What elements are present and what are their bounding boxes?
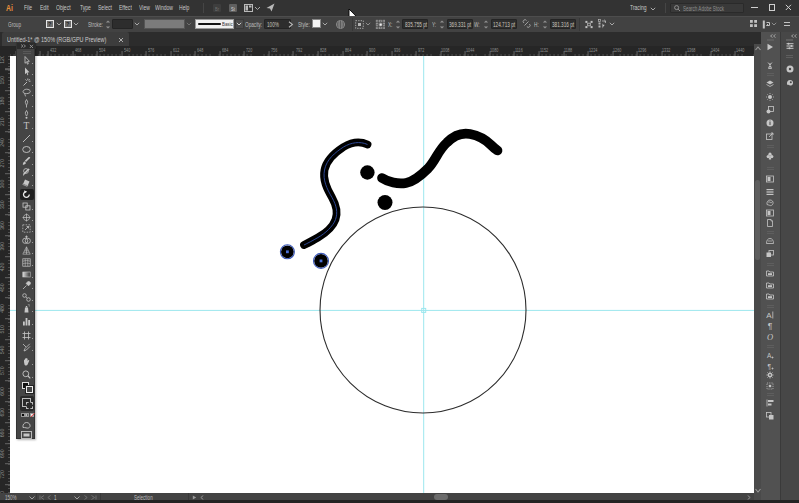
svg-text:480: 480 <box>0 304 5 313</box>
svg-text:150: 150 <box>0 76 5 85</box>
svg-text:390: 390 <box>0 242 5 251</box>
svg-text:240: 240 <box>0 138 5 147</box>
svg-text:T: T <box>24 121 30 130</box>
svg-text:360: 360 <box>0 221 5 230</box>
svg-text:540: 540 <box>0 346 5 355</box>
svg-text:120: 120 <box>0 56 5 64</box>
svg-text:570: 570 <box>0 366 5 375</box>
svg-text:210: 210 <box>0 117 5 126</box>
svg-text:690: 690 <box>0 449 5 458</box>
svg-text:630: 630 <box>0 408 5 417</box>
svg-text:450: 450 <box>0 283 5 292</box>
svg-text:A: A <box>766 311 772 319</box>
svg-text:510: 510 <box>0 325 5 334</box>
svg-text:330: 330 <box>0 200 5 209</box>
svg-text:660: 660 <box>0 429 5 438</box>
svg-text:¶: ¶ <box>768 322 773 330</box>
svg-text:600: 600 <box>0 387 5 396</box>
svg-text:720: 720 <box>0 470 5 479</box>
svg-text:A: A <box>767 352 772 359</box>
svg-text:¶: ¶ <box>767 363 771 370</box>
svg-text:270: 270 <box>0 159 5 168</box>
svg-text:300: 300 <box>0 180 5 189</box>
svg-text:O: O <box>767 333 773 341</box>
svg-text:420: 420 <box>0 263 5 272</box>
svg-text:180: 180 <box>0 97 5 106</box>
